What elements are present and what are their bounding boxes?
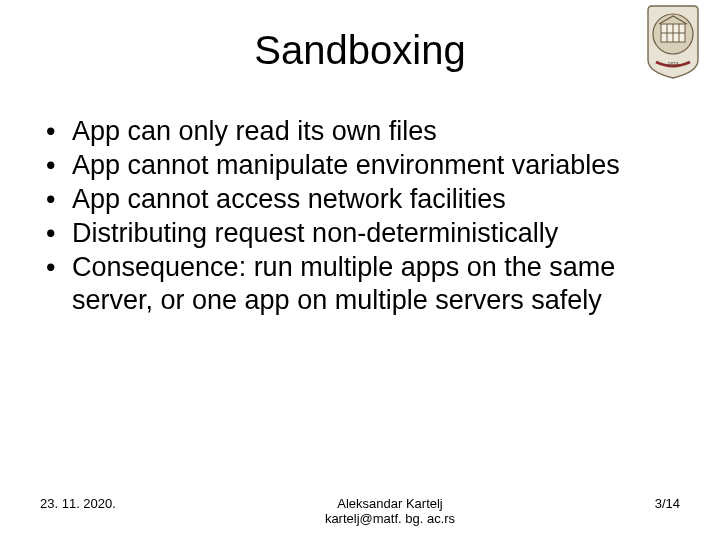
footer-page: 3/14 [600, 496, 680, 511]
university-crest-icon: 1873 [644, 4, 702, 80]
footer-author: Aleksandar Kartelj [180, 496, 600, 511]
footer-email: kartelj@matf. bg. ac.rs [180, 511, 600, 526]
bullet-list: App can only read its own files App cann… [40, 115, 680, 317]
list-item: App cannot manipulate environment variab… [46, 149, 680, 182]
list-item: Distributing request non-deterministical… [46, 217, 680, 250]
footer: 23. 11. 2020. Aleksandar Kartelj kartelj… [0, 496, 720, 526]
list-item: Consequence: run multiple apps on the sa… [46, 251, 680, 317]
footer-author-block: Aleksandar Kartelj kartelj@matf. bg. ac.… [180, 496, 600, 526]
list-item: App cannot access network facilities [46, 183, 680, 216]
footer-date: 23. 11. 2020. [40, 496, 180, 511]
slide: 1873 Sandboxing App can only read its ow… [0, 0, 720, 540]
list-item: App can only read its own files [46, 115, 680, 148]
slide-title: Sandboxing [40, 28, 680, 73]
svg-text:1873: 1873 [667, 61, 678, 67]
